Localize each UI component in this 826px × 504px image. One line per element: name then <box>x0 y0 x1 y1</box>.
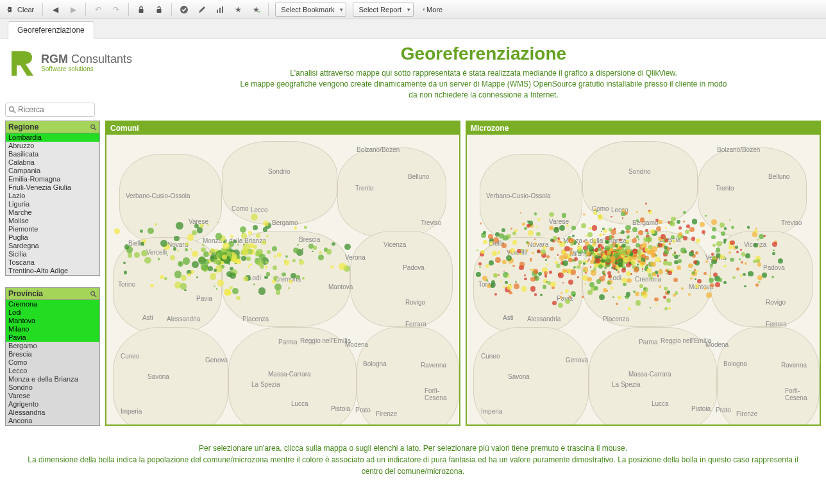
bubble[interactable] <box>744 285 746 287</box>
bubble[interactable] <box>557 254 559 255</box>
list-item[interactable]: Monza e della Brianza <box>6 375 99 383</box>
bubble[interactable] <box>248 231 252 235</box>
bubble[interactable] <box>312 251 314 253</box>
bubble[interactable] <box>599 294 604 299</box>
bubble[interactable] <box>593 253 596 256</box>
bubble[interactable] <box>652 273 655 276</box>
bubble[interactable] <box>526 249 528 252</box>
redo-button[interactable]: ↷ <box>108 2 124 17</box>
bubble[interactable] <box>666 273 667 274</box>
bubble[interactable] <box>743 273 745 276</box>
bubble[interactable] <box>509 291 512 294</box>
bubble[interactable] <box>625 225 631 231</box>
bubble[interactable] <box>586 235 587 237</box>
list-item[interactable]: Marche <box>6 208 99 217</box>
bubble[interactable] <box>691 237 696 241</box>
bubble[interactable] <box>546 281 548 283</box>
bubble[interactable] <box>720 255 724 259</box>
bubble[interactable] <box>134 252 140 258</box>
bubble[interactable] <box>645 203 647 205</box>
bubble[interactable] <box>248 265 249 267</box>
bubble[interactable] <box>583 269 586 272</box>
bubble[interactable] <box>170 255 175 260</box>
bubble[interactable] <box>729 219 731 221</box>
bubble[interactable] <box>553 227 559 233</box>
bubble[interactable] <box>654 298 659 302</box>
bubble[interactable] <box>555 261 557 264</box>
bubble[interactable] <box>141 250 148 256</box>
bubble[interactable] <box>330 265 333 269</box>
bubble[interactable] <box>537 218 540 221</box>
bubble[interactable] <box>626 240 628 242</box>
bubble[interactable] <box>645 229 648 232</box>
bubble[interactable] <box>638 239 639 240</box>
bubble[interactable] <box>560 296 562 299</box>
list-item[interactable]: Toscana <box>6 258 99 267</box>
bubble[interactable] <box>249 264 252 266</box>
bubble[interactable] <box>249 243 255 248</box>
list-item[interactable]: Piemonte <box>6 225 99 233</box>
bookmark-button[interactable]: ★ <box>230 2 246 17</box>
bubble[interactable] <box>501 228 505 232</box>
bubble[interactable] <box>641 246 644 248</box>
bubble[interactable] <box>677 220 681 224</box>
bubble[interactable] <box>587 232 593 237</box>
bubble[interactable] <box>612 296 614 298</box>
bubble[interactable] <box>214 285 215 287</box>
bubble[interactable] <box>502 260 507 264</box>
list-item[interactable]: Milano <box>6 325 99 333</box>
bubble[interactable] <box>627 250 630 254</box>
bubble[interactable] <box>685 230 689 234</box>
bubble[interactable] <box>640 261 644 265</box>
bubble[interactable] <box>747 226 750 228</box>
bubble[interactable] <box>582 296 584 298</box>
list-item[interactable]: Ancona <box>6 417 99 425</box>
list-item[interactable]: Pavia <box>6 333 99 342</box>
bubble[interactable] <box>299 259 301 261</box>
bubble[interactable] <box>568 258 573 262</box>
bubble[interactable] <box>686 224 690 228</box>
list-item[interactable]: Sardegna <box>6 242 99 250</box>
bubble[interactable] <box>650 262 656 267</box>
bubble[interactable] <box>500 280 501 281</box>
bubble[interactable] <box>148 228 154 234</box>
bubble[interactable] <box>664 239 668 242</box>
bubble[interactable] <box>616 269 618 271</box>
bubble[interactable] <box>603 233 605 235</box>
bubble[interactable] <box>591 270 596 276</box>
bubble[interactable] <box>605 246 610 251</box>
bubble[interactable] <box>493 237 499 243</box>
bubble[interactable] <box>201 248 205 252</box>
bubble[interactable] <box>603 229 607 233</box>
list-item[interactable]: Puglia <box>6 233 99 242</box>
bubble[interactable] <box>480 223 482 224</box>
bubble[interactable] <box>668 307 671 310</box>
bubble[interactable] <box>640 217 645 222</box>
bubble[interactable] <box>731 226 734 229</box>
list-item[interactable]: Brescia <box>6 350 99 358</box>
bubble[interactable] <box>700 222 705 227</box>
bubble[interactable] <box>527 224 530 228</box>
bubble[interactable] <box>562 269 566 272</box>
list-item[interactable]: Lombardia <box>6 133 99 142</box>
bubble[interactable] <box>596 279 602 284</box>
bubble[interactable] <box>586 251 591 255</box>
bubble[interactable] <box>124 244 129 249</box>
bubble[interactable] <box>692 219 697 224</box>
bubble[interactable] <box>514 283 519 289</box>
bubble[interactable] <box>632 239 637 244</box>
clear-button[interactable]: Clear <box>3 2 38 17</box>
bubble[interactable] <box>772 242 777 247</box>
unlock-button[interactable] <box>151 2 167 17</box>
bubble[interactable] <box>302 277 305 280</box>
bubble[interactable] <box>618 296 621 299</box>
bubble[interactable] <box>730 258 734 262</box>
bubble[interactable] <box>274 283 282 290</box>
bubble[interactable] <box>530 286 536 292</box>
bubble[interactable] <box>696 239 700 243</box>
bubble[interactable] <box>512 240 518 245</box>
bubble[interactable] <box>598 214 603 220</box>
list-item[interactable]: Lodi <box>6 308 99 317</box>
bubble[interactable] <box>114 228 120 234</box>
bubble[interactable] <box>216 288 217 289</box>
